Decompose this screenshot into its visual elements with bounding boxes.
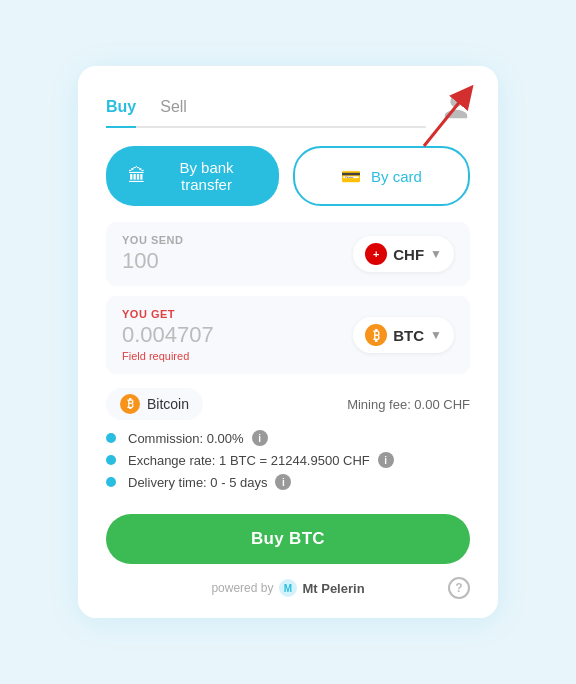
bank-icon: 🏛 xyxy=(128,166,146,187)
send-currency-selector[interactable]: + CHF ▼ xyxy=(353,236,454,272)
chevron-down-icon-btc: ▼ xyxy=(430,328,442,342)
mt-pelerin-logo: M Mt Pelerin xyxy=(278,578,364,598)
get-value[interactable]: 0.004707 xyxy=(122,322,214,348)
send-value[interactable]: 100 xyxy=(122,248,183,274)
bitcoin-icon: ₿ xyxy=(120,394,140,414)
commission-item: Commission: 0.00% i xyxy=(106,430,470,446)
main-card: Buy Sell 🏛 By bank transfer 💳 By card YO… xyxy=(78,66,498,618)
card-button[interactable]: 💳 By card xyxy=(293,146,470,206)
tab-bar: Buy Sell xyxy=(106,90,426,128)
exchange-rate-item: Exchange rate: 1 BTC = 21244.9500 CHF i xyxy=(106,452,470,468)
delivery-time-item: Delivery time: 0 - 5 days i xyxy=(106,474,470,490)
card-icon: 💳 xyxy=(341,167,361,186)
bank-transfer-button[interactable]: 🏛 By bank transfer xyxy=(106,146,279,206)
powered-by: powered by M Mt Pelerin xyxy=(211,578,364,598)
pelerin-icon: M xyxy=(278,578,298,598)
detail-dot-2 xyxy=(106,455,116,465)
bitcoin-label: Bitcoin xyxy=(147,396,189,412)
field-required-text: Field required xyxy=(122,350,214,362)
get-label: YOU GET xyxy=(122,308,214,320)
tab-buy[interactable]: Buy xyxy=(106,90,136,128)
bitcoin-badge: ₿ Bitcoin xyxy=(106,388,203,420)
btc-flag: ₿ xyxy=(365,324,387,346)
bank-transfer-label: By bank transfer xyxy=(156,159,257,193)
details-section: Commission: 0.00% i Exchange rate: 1 BTC… xyxy=(106,430,470,490)
buy-btc-button[interactable]: Buy BTC xyxy=(106,514,470,564)
get-currency: BTC xyxy=(393,327,424,344)
header: Buy Sell xyxy=(106,90,470,128)
brand-name: Mt Pelerin xyxy=(302,581,364,596)
delivery-time-info-icon[interactable]: i xyxy=(275,474,291,490)
get-currency-selector[interactable]: ₿ BTC ▼ xyxy=(353,317,454,353)
send-label: YOU SEND xyxy=(122,234,183,246)
detail-dot-3 xyxy=(106,477,116,487)
user-icon-button[interactable] xyxy=(442,93,470,125)
card-label: By card xyxy=(371,168,422,185)
svg-text:M: M xyxy=(284,583,292,594)
get-field: YOU GET 0.004707 Field required xyxy=(122,308,214,362)
user-icon xyxy=(442,93,470,121)
bitcoin-info-row: ₿ Bitcoin Mining fee: 0.00 CHF xyxy=(106,388,470,420)
mining-fee-text: Mining fee: 0.00 CHF xyxy=(347,397,470,412)
powered-by-text: powered by xyxy=(211,581,273,595)
exchange-rate-info-icon[interactable]: i xyxy=(378,452,394,468)
commission-text: Commission: 0.00% xyxy=(128,431,244,446)
footer: powered by M Mt Pelerin ? xyxy=(106,578,470,598)
exchange-rate-text: Exchange rate: 1 BTC = 21244.9500 CHF xyxy=(128,453,370,468)
send-field: YOU SEND 100 xyxy=(122,234,183,274)
payment-methods: 🏛 By bank transfer 💳 By card xyxy=(106,146,470,206)
tab-sell[interactable]: Sell xyxy=(160,90,187,128)
send-currency: CHF xyxy=(393,246,424,263)
get-row: YOU GET 0.004707 Field required ₿ BTC ▼ xyxy=(106,296,470,374)
commission-info-icon[interactable]: i xyxy=(252,430,268,446)
detail-dot-1 xyxy=(106,433,116,443)
chevron-down-icon: ▼ xyxy=(430,247,442,261)
help-button[interactable]: ? xyxy=(448,577,470,599)
send-row: YOU SEND 100 + CHF ▼ xyxy=(106,222,470,286)
chf-flag: + xyxy=(365,243,387,265)
delivery-time-text: Delivery time: 0 - 5 days xyxy=(128,475,267,490)
